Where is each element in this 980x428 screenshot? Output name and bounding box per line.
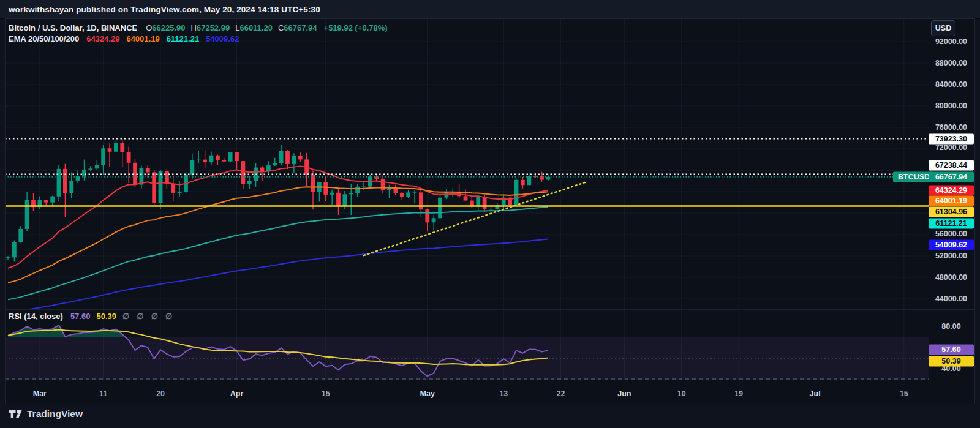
candle [101, 148, 105, 165]
price-badge: 67238.44 [929, 160, 974, 171]
candle [120, 143, 124, 152]
price-badge: 61304.96 [929, 207, 974, 217]
candle [342, 194, 347, 206]
currency-toggle-button[interactable]: USD [931, 20, 956, 36]
rsi-band [5, 337, 929, 380]
candle [146, 168, 150, 173]
open-value: 66225.90 [152, 23, 185, 32]
price-axis-label: 76000.00 [929, 123, 973, 132]
chart-canvas[interactable] [0, 0, 980, 428]
ema-legend[interactable]: EMA 20/50/100/200 64324.29 64001.19 6112… [9, 34, 246, 43]
candle [476, 197, 480, 207]
close-value: 66767.94 [284, 23, 317, 32]
candle [44, 200, 48, 203]
candle [159, 171, 163, 203]
price-axis-label: 48000.00 [929, 273, 973, 282]
rsi-legend[interactable]: RSI (14, close) 57.60 50.39 ∅ ∅ ∅ ∅ [9, 312, 179, 321]
candle [260, 168, 265, 171]
price-badge: 66767.94 [929, 172, 974, 182]
rsi-value: 57.60 [70, 312, 91, 321]
tradingview-screenshot: workwithshayan published on TradingView.… [0, 0, 980, 428]
low-value: 66011.20 [239, 23, 273, 32]
candle [483, 197, 487, 209]
close-label: C [278, 23, 284, 32]
candle [362, 187, 366, 187]
ema20-value: 64324.29 [86, 34, 119, 43]
time-axis-label: 19 [734, 389, 743, 398]
high-value: 67252.99 [197, 23, 230, 32]
candle [18, 229, 23, 242]
candle [235, 152, 239, 161]
candle [387, 189, 391, 190]
rsi-empty-slot: ∅ [137, 312, 143, 321]
candle [247, 181, 252, 184]
time-axis-label: 10 [677, 389, 686, 398]
price-badge: 73923.30 [929, 134, 974, 145]
price-axis-label: 44000.00 [929, 295, 973, 303]
candle [489, 209, 493, 209]
candle [406, 192, 410, 197]
candle [69, 181, 74, 193]
time-axis-label: 22 [557, 389, 565, 398]
rsi-empty-slot: ∅ [151, 312, 158, 321]
price-badge: 61121.21 [929, 219, 974, 229]
high-label: H [191, 23, 197, 32]
price-axis-label: 52000.00 [929, 252, 973, 260]
candle [273, 163, 277, 165]
candle [57, 169, 61, 197]
candle [88, 168, 92, 170]
ema-legend-label: EMA 20/50/100/200 [9, 34, 79, 43]
candle [514, 180, 519, 205]
candle [108, 148, 112, 152]
time-axis-label: 13 [499, 389, 508, 398]
candle [400, 193, 404, 197]
time-axis-label: 11 [99, 389, 107, 398]
candle [393, 189, 398, 193]
price-badge: 50.39 [929, 356, 974, 367]
candle [12, 242, 17, 257]
time-axis-label: Apr [230, 389, 244, 398]
candle [63, 169, 67, 193]
candle [336, 193, 341, 206]
candle [419, 192, 423, 209]
candle [464, 196, 468, 200]
candle [82, 170, 86, 176]
candle [114, 143, 118, 152]
price-axis-label: 80000.00 [929, 102, 973, 110]
candle [203, 160, 207, 162]
tradingview-logo-icon [9, 410, 22, 419]
ema100-value: 61121.21 [167, 34, 200, 43]
candle [197, 160, 201, 160]
candle [323, 182, 328, 195]
change-value: +519.92 (+0.78%) [324, 23, 388, 32]
candle [190, 160, 194, 175]
candle [521, 180, 525, 185]
rsi-empty-slot: ∅ [123, 312, 129, 321]
candle [178, 192, 182, 193]
rsi-legend-label: RSI (14, close) [9, 312, 63, 321]
open-label: O [146, 23, 152, 32]
time-axis-label: 15 [322, 389, 330, 398]
time-axis-label: 15 [900, 389, 908, 398]
symbol-price-badge: BTCUSD [893, 172, 933, 182]
symbol-title[interactable]: Bitcoin / U.S. Dollar, 1D, BINANCE [9, 23, 137, 32]
candle [438, 198, 442, 219]
candle [355, 187, 360, 193]
price-badge: 64001.19 [929, 196, 974, 206]
time-axis-label: Jul [810, 389, 821, 398]
candle [6, 257, 10, 258]
rsi-ma-value: 50.39 [96, 312, 116, 321]
tradingview-logo-text: TradingView [27, 408, 83, 419]
candle [228, 152, 233, 162]
candle [292, 156, 296, 164]
candle [279, 151, 284, 163]
candle [216, 156, 220, 160]
time-axis-label: May [420, 389, 435, 398]
candle [413, 192, 417, 193]
candle [349, 193, 353, 194]
price-axis-label: 80.00 [929, 322, 973, 331]
price-badge: 54009.62 [929, 240, 974, 250]
candle [266, 165, 271, 171]
tradingview-logo[interactable]: TradingView [9, 408, 83, 419]
price-axis-label: 56000.00 [929, 230, 973, 238]
